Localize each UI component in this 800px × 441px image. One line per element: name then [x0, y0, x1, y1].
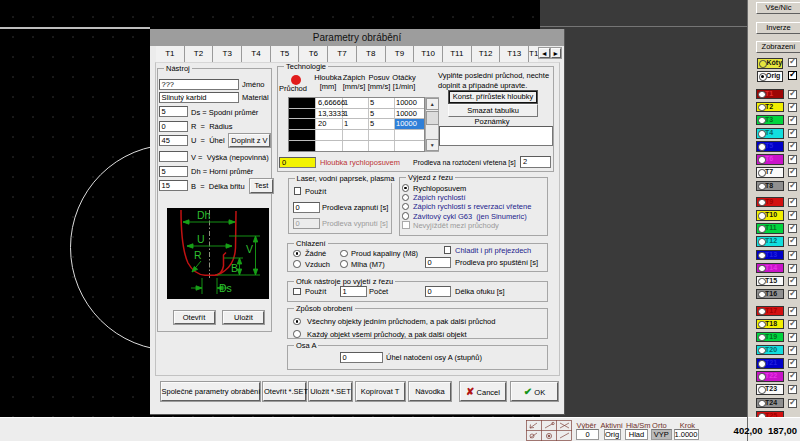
svg-text:U: U	[197, 233, 205, 245]
svg-text:B: B	[231, 262, 238, 274]
svg-text:Dh: Dh	[197, 209, 211, 221]
svg-text:Ds: Ds	[219, 282, 232, 294]
svg-text:R: R	[194, 249, 202, 261]
svg-text:V: V	[246, 243, 253, 255]
